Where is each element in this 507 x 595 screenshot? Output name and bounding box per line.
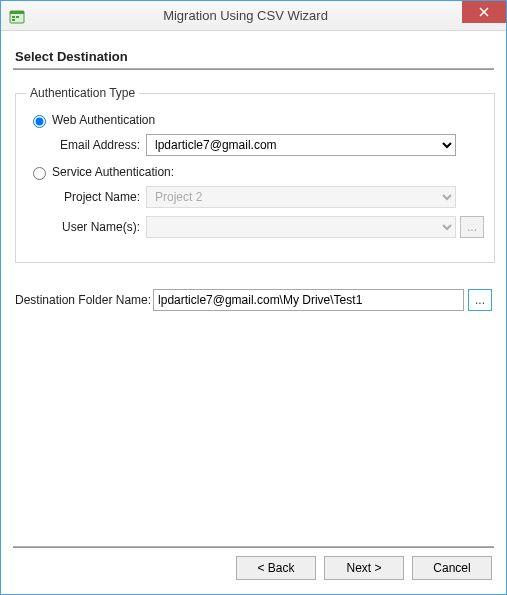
project-label: Project Name: — [26, 190, 146, 204]
footer-rule — [13, 546, 494, 548]
back-button[interactable]: < Back — [236, 556, 316, 580]
svg-rect-2 — [12, 16, 15, 18]
destination-browse-button[interactable]: ... — [468, 289, 492, 311]
email-row: Email Address: lpdarticle7@gmail.com — [26, 134, 484, 156]
svg-rect-3 — [16, 16, 19, 18]
user-label: User Name(s): — [26, 220, 146, 234]
titlebar: Migration Using CSV Wizard — [1, 1, 506, 31]
service-auth-radio[interactable] — [33, 167, 46, 180]
user-row: User Name(s): ... — [26, 216, 484, 238]
spacer — [13, 311, 494, 538]
service-auth-row: Service Authentication: — [28, 164, 484, 180]
wizard-body: Select Destination Authentication Type W… — [1, 31, 506, 594]
auth-type-group: Authentication Type Web Authentication E… — [15, 86, 495, 263]
wizard-buttons: < Back Next > Cancel — [13, 556, 494, 584]
wizard-window: Migration Using CSV Wizard Select Destin… — [0, 0, 507, 595]
email-label: Email Address: — [26, 138, 146, 152]
email-select[interactable]: lpdarticle7@gmail.com — [146, 134, 456, 156]
destination-label: Destination Folder Name: — [15, 293, 153, 307]
window-title: Migration Using CSV Wizard — [25, 8, 506, 23]
cancel-button[interactable]: Cancel — [412, 556, 492, 580]
auth-type-legend: Authentication Type — [26, 86, 139, 100]
service-auth-label: Service Authentication: — [52, 165, 174, 179]
destination-row: Destination Folder Name: ... — [15, 289, 492, 311]
project-row: Project Name: Project 2 — [26, 186, 484, 208]
user-browse-button: ... — [460, 216, 484, 238]
web-auth-label: Web Authentication — [52, 113, 155, 127]
svg-rect-4 — [12, 19, 15, 21]
destination-input[interactable] — [153, 289, 464, 311]
app-icon — [9, 8, 25, 24]
svg-rect-1 — [10, 11, 24, 14]
project-select: Project 2 — [146, 186, 456, 208]
heading-rule — [13, 68, 494, 70]
next-button[interactable]: Next > — [324, 556, 404, 580]
page-heading: Select Destination — [15, 49, 492, 64]
user-select — [146, 216, 456, 238]
web-auth-row: Web Authentication — [28, 112, 484, 128]
close-button[interactable] — [462, 1, 506, 23]
web-auth-radio[interactable] — [33, 115, 46, 128]
